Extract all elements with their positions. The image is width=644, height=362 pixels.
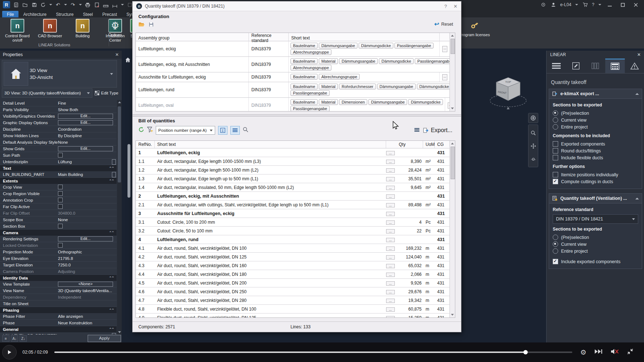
row-more-button[interactable]: ... xyxy=(386,281,395,286)
boq-row[interactable]: 1.1 Air duct, rectangular, Edge length 1… xyxy=(136,157,450,166)
dialog-splitter[interactable] xyxy=(133,114,461,115)
shorttext-tag[interactable]: Material xyxy=(319,84,338,89)
linear-panel-close-icon[interactable]: ✕ xyxy=(637,52,641,57)
row-more-button[interactable]: ... xyxy=(386,299,395,303)
properties-close-icon[interactable]: ✕ xyxy=(115,52,119,57)
filter-button[interactable] xyxy=(147,127,153,134)
sum-view-toggle[interactable]: Σ xyxy=(218,126,227,135)
properties-section-header[interactable]: Camera xyxy=(0,230,117,236)
redo-dropdown-caret[interactable] xyxy=(79,4,82,5)
property-checkbox[interactable] xyxy=(58,243,63,248)
checkbox-option[interactable]: Exported components xyxy=(553,140,638,147)
close-button[interactable] xyxy=(631,1,640,8)
checkbox-option[interactable]: Include flexible ducts xyxy=(553,154,638,161)
checkbox-option[interactable]: Round ducts/fittings xyxy=(553,147,638,154)
property-checkbox[interactable] xyxy=(58,185,63,189)
navigation-bar[interactable] xyxy=(528,125,538,167)
viewport-home-button[interactable] xyxy=(124,56,132,64)
row-more-button[interactable]: ... xyxy=(386,264,395,268)
dialog-help-button[interactable]: ? xyxy=(444,4,447,9)
measure-icon[interactable] xyxy=(103,1,109,8)
col-uom[interactable]: UoM xyxy=(423,141,435,148)
property-value[interactable]: None xyxy=(58,218,68,222)
scroll-thumb[interactable] xyxy=(451,39,455,54)
tab-edit[interactable] xyxy=(566,59,586,73)
revit-logo[interactable]: R xyxy=(3,1,10,8)
boq-row[interactable]: 2.1 Air duct, rectangular, with cuttings… xyxy=(136,201,450,209)
property-value[interactable]: Independent xyxy=(58,295,81,299)
ribbon-tab[interactable]: File xyxy=(2,11,18,18)
radio-option[interactable]: Current view xyxy=(553,117,638,123)
progress-bar[interactable] xyxy=(54,352,572,353)
dimension-icon[interactable] xyxy=(112,1,118,8)
row-more-button[interactable]: ... xyxy=(442,46,447,52)
play-button[interactable] xyxy=(2,345,17,359)
shorttext-tag[interactable]: Dimensionen xyxy=(339,99,367,105)
boq-row[interactable]: 4.4 Air duct, round, Stahl, verzinkt/gel… xyxy=(136,270,450,279)
scroll-up-icon[interactable] xyxy=(451,35,454,37)
boq-row[interactable]: 4.3 Air duct, round, Stahl, verzinkt/gel… xyxy=(136,261,450,270)
boq-row[interactable]: 2 Luftleitungen, eckig, mit Ausschnitten… xyxy=(136,192,450,201)
program-licenses-button[interactable]: Program licenses xyxy=(457,18,492,37)
boq-row[interactable]: 1.4 Air duct, rectangular, insulated, 50… xyxy=(136,183,450,192)
shorttext-tag[interactable]: Material xyxy=(319,99,338,105)
view-selector-dropdown[interactable]: 3D View: 3D (Quantity takeoff/Ventilatio… xyxy=(2,88,92,98)
properties-section-header[interactable]: Text xyxy=(0,165,117,171)
shorttext-tag[interactable]: Dämmungsdicke xyxy=(359,43,393,49)
maximize-button[interactable] xyxy=(618,1,627,8)
property-value[interactable]: Fine xyxy=(58,101,66,105)
row-more-button[interactable]: ... xyxy=(386,212,395,216)
shorttext-tag[interactable]: Dämmungsdicke xyxy=(408,99,443,105)
row-height-icon[interactable] xyxy=(414,127,420,134)
undo-icon[interactable]: ↶ xyxy=(55,1,61,8)
shorttext-tag[interactable]: Passlängenangabe xyxy=(290,90,330,96)
shorttext-tag[interactable]: Passlängenangabe xyxy=(394,43,434,49)
configuration-row[interactable]: Ausschnitte für Luftleitungen, eckig DIN… xyxy=(136,72,450,82)
associate-parameter-box[interactable] xyxy=(112,172,116,177)
undo-dropdown-caret[interactable] xyxy=(64,4,67,5)
help-dropdown-caret[interactable] xyxy=(598,4,601,5)
shorttext-tag[interactable]: Material xyxy=(319,58,338,64)
row-more-button[interactable]: ... xyxy=(386,307,395,312)
boq-row[interactable]: 4.5 Air duct, round, Stahl, verzinkt/gel… xyxy=(136,279,450,287)
tab-warnings[interactable] xyxy=(625,59,644,73)
mute-icon[interactable] xyxy=(610,348,619,356)
scroll-thumb[interactable] xyxy=(451,147,455,179)
ribbon-button[interactable]: n Building xyxy=(67,18,98,42)
quantity-takeoff-header[interactable]: Quantity takeoff (Ventilation) ... xyxy=(549,193,642,203)
scroll-down-icon[interactable] xyxy=(118,331,121,333)
row-more-button[interactable]: ... xyxy=(386,238,395,242)
sync-icon[interactable] xyxy=(40,1,46,8)
radio-option[interactable]: Entire project xyxy=(553,123,638,130)
boq-row[interactable]: 4.2 Air duct, round, Stahl, verzinkt/gel… xyxy=(136,253,450,261)
shorttext-tag[interactable]: Bauteilname xyxy=(290,99,318,105)
boq-row[interactable]: 4.7 Air duct, round, Stahl, verzinkt/gel… xyxy=(136,296,450,305)
save-icon[interactable] xyxy=(31,1,37,8)
scroll-thumb[interactable] xyxy=(118,106,121,182)
row-more-button[interactable]: ... xyxy=(386,247,395,251)
shorttext-tag[interactable]: Dämmungsangabe xyxy=(377,84,416,89)
viewcube[interactable]: TOP FRONT xyxy=(488,71,528,125)
list-view-toggle[interactable] xyxy=(230,126,240,135)
ribbon-tab[interactable]: Structure xyxy=(51,11,78,18)
shorttext-tag[interactable]: Dämmungsdicke xyxy=(379,58,414,64)
property-edit-button[interactable]: Edit... xyxy=(58,120,113,125)
property-value[interactable]: Lüftung xyxy=(58,160,72,164)
property-edit-button[interactable]: Edit... xyxy=(58,114,113,119)
export-doc-icon[interactable] xyxy=(93,1,100,8)
checkbox-option[interactable]: Itemize positions individually xyxy=(553,171,638,178)
sync-dropdown-caret[interactable] xyxy=(49,4,52,5)
property-value[interactable]: None xyxy=(58,140,68,144)
sort-ascending-icon[interactable]: A↓ xyxy=(11,335,18,342)
signed-in-user[interactable]: e-L04 xyxy=(560,2,572,7)
shorttext-tag[interactable]: Abrechnungsgruppe xyxy=(290,49,331,55)
row-more-button[interactable]: ... xyxy=(386,290,395,294)
properties-scrollbar[interactable] xyxy=(117,100,122,334)
cart-icon[interactable] xyxy=(582,1,588,8)
exit-fullscreen-icon[interactable] xyxy=(627,348,633,356)
type-dropdown-caret[interactable] xyxy=(110,73,113,75)
redo-icon[interactable]: ↷ xyxy=(70,1,76,8)
property-edit-button[interactable]: <None> xyxy=(58,282,113,287)
property-checkbox[interactable] xyxy=(58,204,63,209)
shorttext-tag[interactable]: Dämmungsangabe xyxy=(319,43,357,49)
